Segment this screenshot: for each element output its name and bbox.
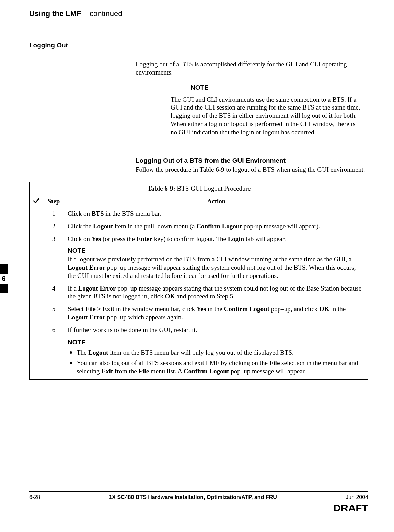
table-title: Table 6-9: BTS GUI Logout Procedure bbox=[30, 182, 368, 195]
action-cell: Select File > Exit in the window menu ba… bbox=[64, 303, 368, 324]
table-row: 2Click the Logout item in the pull–down … bbox=[30, 220, 368, 233]
check-cell bbox=[30, 336, 43, 380]
action-cell: Click on BTS in the BTS menu bar. bbox=[64, 207, 368, 220]
footer-doc-title: 1X SC480 BTS Hardware Installation, Opti… bbox=[109, 494, 277, 501]
check-cell bbox=[30, 324, 43, 336]
subsection-heading: Logging Out of a BTS from the GUI Enviro… bbox=[136, 157, 368, 165]
intro-paragraph: Logging out of a BTS is accomplished dif… bbox=[136, 60, 368, 77]
list-item: The Logout item on the BTS menu bar will… bbox=[68, 349, 365, 357]
table-row: 3Click on Yes (or press the Enter key) t… bbox=[30, 233, 368, 282]
table-row: 1Click on BTS in the BTS menu bar. bbox=[30, 207, 368, 220]
check-cell bbox=[30, 233, 43, 282]
running-header: Using the LMF – continued bbox=[29, 9, 368, 21]
col-check-header bbox=[30, 195, 43, 207]
note-box: NOTE The GUI and CLI environments use th… bbox=[160, 83, 365, 140]
table-row: 6If further work is to be done in the GU… bbox=[30, 324, 368, 336]
step-cell: 5 bbox=[43, 303, 64, 324]
note-rule bbox=[214, 90, 365, 90]
note-label: NOTE bbox=[160, 83, 214, 93]
running-header-title: Using the LMF bbox=[29, 9, 81, 18]
check-cell bbox=[30, 207, 43, 220]
step-cell bbox=[43, 336, 64, 380]
col-action-header: Action bbox=[64, 195, 368, 207]
note-bullet-list: The Logout item on the BTS menu bar will… bbox=[68, 349, 365, 375]
thumb-block-top bbox=[0, 264, 8, 274]
running-header-suffix: – continued bbox=[81, 9, 123, 18]
checkmark-icon bbox=[33, 197, 40, 204]
step-cell: 3 bbox=[43, 233, 64, 282]
step-cell: 4 bbox=[43, 282, 64, 303]
subsection-intro: Follow the procedure in Table 6-9 to log… bbox=[136, 166, 368, 174]
action-cell: NOTE The Logout item on the BTS menu bar… bbox=[64, 336, 368, 380]
section-heading: Logging Out bbox=[29, 41, 368, 49]
table-row: 5Select File > Exit in the window menu b… bbox=[30, 303, 368, 324]
note-body: The GUI and CLI environments use the sam… bbox=[160, 93, 365, 140]
page-content: Using the LMF – continued Logging Out Lo… bbox=[29, 9, 368, 380]
thumb-block-bottom bbox=[0, 284, 8, 293]
step-cell: 1 bbox=[43, 207, 64, 220]
table-row: NOTE The Logout item on the BTS menu bar… bbox=[30, 336, 368, 380]
footer-rule bbox=[29, 491, 368, 492]
action-cell: If further work is to be done in the GUI… bbox=[64, 324, 368, 336]
section-body: Logging out of a BTS is accomplished dif… bbox=[136, 60, 368, 174]
footer-draft-label: DRAFT bbox=[29, 501, 368, 514]
subintro-table-ref: Table 6-9 bbox=[199, 166, 224, 173]
step-cell: 2 bbox=[43, 220, 64, 233]
chapter-number: 6 bbox=[0, 274, 8, 284]
check-cell bbox=[30, 303, 43, 324]
footer-page-number: 6-28 bbox=[29, 494, 40, 501]
chapter-thumb-tab: 6 bbox=[0, 264, 8, 293]
footer-date: Jun 2004 bbox=[346, 494, 368, 501]
table-title-row: Table 6-9: BTS GUI Logout Procedure bbox=[30, 182, 368, 195]
subintro-pre: Follow the procedure in bbox=[136, 166, 199, 173]
col-step-header: Step bbox=[43, 195, 64, 207]
action-cell: Click on Yes (or press the Enter key) to… bbox=[64, 233, 368, 282]
table-row: 4If a Logout Error pop–up message appear… bbox=[30, 282, 368, 303]
list-item: You can also log out of all BTS sessions… bbox=[68, 359, 365, 375]
page-footer: 6-28 1X SC480 BTS Hardware Installation,… bbox=[29, 491, 368, 514]
check-cell bbox=[30, 220, 43, 233]
procedure-table: Table 6-9: BTS GUI Logout Procedure Step… bbox=[29, 182, 368, 380]
action-cell: If a Logout Error pop–up message appears… bbox=[64, 282, 368, 303]
subintro-post: to logout of a BTS when using the GUI en… bbox=[224, 166, 365, 173]
step-cell: 6 bbox=[43, 324, 64, 336]
check-cell bbox=[30, 282, 43, 303]
action-cell: Click the Logout item in the pull–down m… bbox=[64, 220, 368, 233]
table-header-row: Step Action bbox=[30, 195, 368, 207]
note-label: NOTE bbox=[68, 338, 365, 347]
